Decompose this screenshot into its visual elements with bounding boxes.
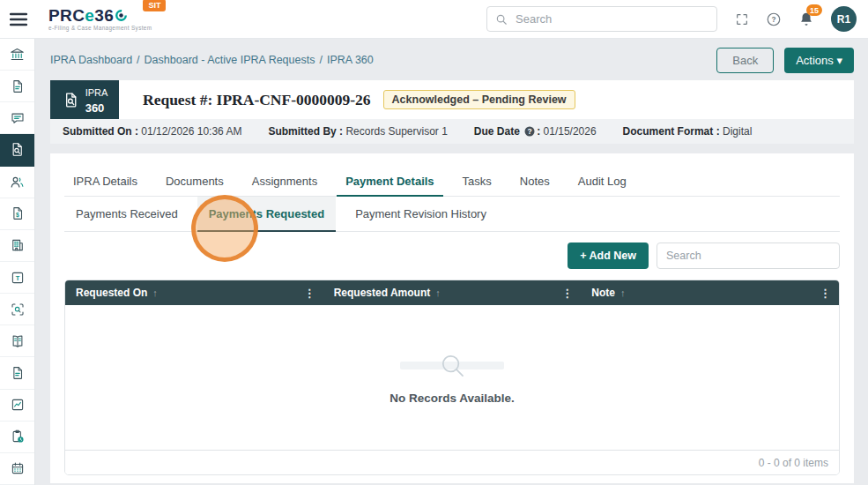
due-date-help-icon[interactable]: ?	[524, 126, 535, 137]
notification-count-badge: 15	[806, 4, 822, 16]
sidebar-item-invoice-dollar[interactable]: $	[0, 198, 34, 230]
document-search-icon	[62, 91, 80, 109]
hamburger-menu-icon[interactable]	[10, 12, 27, 26]
logo-swirl-icon	[115, 9, 128, 22]
sidebar-item-document-lines[interactable]	[0, 357, 34, 389]
tab-payment-details[interactable]: Payment Details	[337, 168, 442, 197]
people-icon	[9, 174, 26, 190]
fullscreen-icon[interactable]	[735, 12, 749, 26]
sidebar-item-bank[interactable]	[0, 39, 34, 71]
badge-line2: 360	[85, 101, 105, 115]
table-search-input[interactable]	[657, 242, 840, 269]
payment-subtabs: Payments ReceivedPayments RequestedPayme…	[64, 197, 840, 232]
sort-ascending-icon: ↑	[435, 287, 441, 298]
global-search[interactable]	[486, 6, 717, 32]
page-title: Request #: IPRA-CNF-0000009-26	[143, 91, 371, 109]
search-icon	[495, 13, 508, 26]
logo-tagline: e-Filing & Case Management System	[48, 25, 152, 31]
sidebar-item-chat[interactable]	[0, 102, 34, 134]
environment-badge: SIT	[143, 0, 166, 11]
logo-text-e: e	[85, 8, 94, 24]
document-icon	[10, 78, 26, 94]
status-badge: Acknowledged – Pending Review	[383, 90, 575, 109]
subtab-payments-received[interactable]: Payments Received	[64, 197, 189, 232]
scan-search-icon	[10, 302, 26, 317]
subtab-payment-revision-history[interactable]: Payment Revision History	[344, 197, 498, 232]
global-search-input[interactable]	[514, 11, 708, 26]
tab-notes[interactable]: Notes	[511, 168, 559, 197]
table-body: No Records Available.	[65, 305, 839, 450]
document-search-icon	[9, 141, 26, 158]
add-new-button[interactable]: + Add New	[568, 242, 649, 269]
ipra-360-badge: IPRA360	[50, 80, 119, 119]
sidebar-item-clipboard-clock[interactable]	[0, 422, 34, 453]
main-tabs: IPRA DetailsDocumentsAssignmentsPayment …	[64, 168, 840, 197]
breadcrumb: IPRA Dashboard/Dashboard - Active IPRA R…	[50, 54, 716, 66]
meta-due-date: Due Date ?: 01/15/2026	[474, 125, 597, 138]
calendar-icon	[10, 460, 26, 476]
sidebar-item-chart[interactable]	[0, 390, 34, 422]
building-icon	[10, 237, 26, 253]
breadcrumb-separator: /	[319, 54, 322, 66]
empty-message: No Records Available.	[389, 392, 515, 405]
sidebar-item-building[interactable]	[0, 230, 34, 262]
tab-tasks[interactable]: Tasks	[454, 168, 501, 197]
left-sidebar: $T	[0, 39, 35, 485]
top-bar: PRCe36 e-Filing & Case Management System…	[0, 0, 868, 39]
document-lines-icon	[10, 365, 26, 381]
breadcrumb-item-ipra-360: IPRA 360	[327, 54, 374, 66]
sidebar-item-scan-search[interactable]	[0, 294, 34, 325]
tab-ipra-details[interactable]: IPRA Details	[64, 168, 146, 197]
invoice-dollar-icon: $	[10, 205, 26, 221]
sort-ascending-icon: ↑	[152, 287, 158, 298]
tab-documents[interactable]: Documents	[157, 168, 233, 197]
sidebar-item-ledger[interactable]	[0, 325, 34, 357]
column-menu-icon[interactable]: ⋮	[304, 287, 315, 300]
notifications-bell-icon[interactable]: 15	[798, 11, 814, 27]
payments-requested-table: Requested On↑⋮Requested Amount↑⋮Note↑⋮ N…	[64, 280, 840, 475]
meta-submitted-on: Submitted On : 01/12/2026 10:36 AM	[63, 125, 241, 138]
back-button[interactable]: Back	[716, 48, 774, 73]
ledger-icon	[10, 333, 26, 349]
chat-icon	[10, 110, 26, 126]
breadcrumb-item-ipra-dashboard[interactable]: IPRA Dashboard	[50, 54, 132, 66]
breadcrumb-item-dashboard-active-ipra-requests[interactable]: Dashboard - Active IPRA Requests	[145, 54, 315, 66]
table-footer: 0 - 0 of 0 items	[65, 450, 839, 474]
request-meta-bar: Submitted On : 01/12/2026 10:36 AMSubmit…	[50, 119, 854, 144]
tab-audit-log[interactable]: Audit Log	[569, 168, 635, 197]
svg-text:?: ?	[528, 127, 532, 136]
sidebar-item-note-template[interactable]: T	[0, 262, 34, 294]
request-number: IPRA-CNF-0000009-26	[217, 91, 371, 108]
logo-text-36: 36	[94, 8, 114, 24]
main-area: IPRA Dashboard/Dashboard - Active IPRA R…	[35, 39, 868, 485]
column-menu-icon[interactable]: ⋮	[820, 287, 831, 300]
column-header-requested-on[interactable]: Requested On↑⋮	[65, 280, 323, 305]
note-template-icon: T	[10, 270, 26, 286]
content-card: IPRA DetailsDocumentsAssignmentsPayment …	[50, 153, 854, 483]
meta-submitted-by: Submitted By : Records Supervisor 1	[268, 125, 447, 138]
sidebar-item-document-search[interactable]	[0, 134, 34, 166]
table-header-row: Requested On↑⋮Requested Amount↑⋮Note↑⋮	[65, 280, 839, 305]
column-header-note[interactable]: Note↑⋮	[581, 280, 839, 305]
app-logo[interactable]: PRCe36 e-Filing & Case Management System…	[48, 8, 152, 31]
help-icon[interactable]: ?	[766, 11, 782, 27]
column-menu-icon[interactable]: ⋮	[561, 287, 573, 300]
empty-results-icon	[437, 350, 467, 380]
column-header-requested-amount[interactable]: Requested Amount↑⋮	[323, 280, 582, 305]
breadcrumb-separator: /	[137, 54, 139, 66]
meta-document-format: Document Format : Digital	[623, 125, 753, 138]
sidebar-item-document[interactable]	[0, 71, 34, 102]
subtab-payments-requested[interactable]: Payments Requested	[197, 197, 337, 232]
sidebar-item-people[interactable]	[0, 167, 34, 198]
chevron-down-icon: ▾	[836, 54, 842, 67]
pagination-summary: 0 - 0 of 0 items	[759, 457, 828, 469]
bank-icon	[9, 46, 26, 63]
user-avatar[interactable]: R1	[831, 6, 857, 32]
svg-text:?: ?	[771, 16, 775, 24]
actions-button[interactable]: Actions ▾	[784, 48, 854, 73]
tab-assignments[interactable]: Assignments	[243, 168, 326, 197]
svg-text:$: $	[16, 212, 19, 219]
sidebar-item-calendar[interactable]	[0, 453, 34, 485]
chart-icon	[10, 397, 26, 413]
svg-text:T: T	[15, 273, 19, 281]
